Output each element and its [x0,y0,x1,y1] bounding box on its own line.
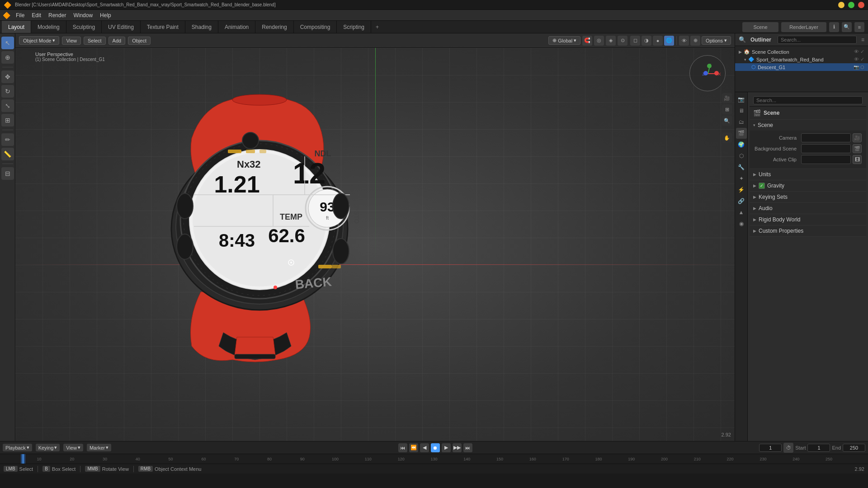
marker-dropdown[interactable]: Marker ▾ [87,444,111,451]
proportional-edit-icon[interactable]: ◎ [594,36,604,46]
render-props-icon[interactable]: 📷 [736,94,747,105]
step-fwd-btn[interactable]: ▶▶ [453,443,462,452]
tab-scripting[interactable]: Scripting [337,21,371,33]
maximize-btn[interactable] [848,2,854,8]
units-section-header[interactable]: ▶ Units [750,169,866,180]
tab-uv-editing[interactable]: UV Editing [102,21,141,33]
pivot-point-icon[interactable]: ⊙ [618,36,627,46]
tab-shading[interactable]: Shading [185,21,218,33]
viewport-shading-2[interactable]: ◑ [642,36,651,46]
tab-rendering[interactable]: Rendering [255,21,293,33]
frame-time-icon[interactable]: ⏱ [783,443,793,453]
viewport-shading-4[interactable]: 🌐 [664,36,674,46]
annotate-tool[interactable]: ✏ [1,133,14,146]
rotate-tool[interactable]: ↻ [1,85,14,98]
properties-search-input[interactable] [753,96,863,104]
bg-scene-icon[interactable]: 🎬 [853,144,862,153]
snap-target-icon[interactable]: ◈ [606,36,616,46]
render-layer-selector[interactable]: RenderLayer [781,22,826,32]
scale-tool[interactable]: ⤡ [1,99,14,112]
gizmo-circle[interactable]: X Y Z [689,55,726,91]
viewport-shading-3[interactable]: ● [653,36,663,46]
scene-collection-item[interactable]: ▶ 🏠 Scene Collection 👁 ✓ [735,48,868,56]
scene-selector[interactable]: Scene [742,22,778,32]
output-props-icon[interactable]: 🖥 [736,105,747,116]
move-tool[interactable]: ✥ [1,70,14,83]
search-global-icon[interactable]: 🔍 [842,22,852,32]
viewport-area[interactable]: NDL Nx32 12 1.21 93 ft TEMP [15,48,735,441]
keying-sets-header[interactable]: ▶ Keying Sets [750,192,866,202]
tab-modeling[interactable]: Modeling [31,21,66,33]
add-workspace-tab[interactable]: + [371,21,383,33]
tab-texture-paint[interactable]: Texture Paint [141,21,185,33]
tab-layout[interactable]: Layout [2,21,31,33]
menu-item-window[interactable]: Window [70,11,96,19]
physics-props-icon[interactable]: ⚡ [736,184,747,195]
particles-props-icon[interactable]: ✦ [736,173,747,184]
gravity-section-header[interactable]: ▶ ✓ Gravity [750,180,866,191]
object-mode-dropdown[interactable]: Object Mode ▾ [19,36,59,45]
camera-prop-field[interactable] [801,133,851,142]
play-btn[interactable]: ▶ [442,443,451,452]
menu-item-help[interactable]: Help [96,11,115,19]
measure-tool[interactable]: 📏 [1,148,14,160]
constraints-props-icon[interactable]: 🔗 [736,196,747,206]
active-clip-icon[interactable]: 🎞 [853,155,862,164]
modifiers-props-icon[interactable]: 🔧 [736,162,747,173]
menu-item-render[interactable]: Render [45,11,70,19]
menu-item-file[interactable]: File [12,11,28,19]
transform-global[interactable]: ⊕ Global ▾ [548,36,580,45]
transform-tool[interactable]: ⊞ [1,114,14,127]
sport-smartwatch-item[interactable]: ▾ 🔷 Sport_Smartwatch_Red_Band 👁 ✓ [735,56,868,63]
world-props-icon[interactable]: 🌍 [736,139,747,150]
data-props-icon[interactable]: ▲ [736,207,747,218]
outliner-search-input[interactable] [778,36,857,44]
bg-scene-field[interactable] [801,144,851,153]
view-dropdown[interactable]: View ▾ [63,444,83,451]
custom-props-header[interactable]: ▶ Custom Properties [750,225,866,236]
material-props-icon[interactable]: ◉ [736,218,747,229]
audio-section-header[interactable]: ▶ Audio [750,203,866,214]
move-viewport-icon[interactable]: ✋ [722,133,732,143]
render-vis-icon[interactable]: 📷 [854,65,859,70]
frame-scrubber[interactable]: 10 20 30 40 50 60 70 80 90 100 110 120 1… [0,454,868,464]
current-frame-field[interactable]: 1 [759,444,782,452]
gizmo-icon[interactable]: ⊕ [690,36,700,46]
filter-icon[interactable]: ≡ [854,22,864,32]
snap-icon[interactable]: 🧲 [582,36,592,46]
options-btn[interactable]: Options ▾ [702,36,731,45]
view-menu[interactable]: View [62,37,81,45]
obj-vis-icon[interactable]: ⬡ [860,65,864,70]
view-layer-props-icon[interactable]: 🗂 [736,117,747,127]
playback-dropdown[interactable]: Playback ▾ [3,444,32,451]
overlays-icon[interactable]: 👁 [679,36,689,46]
jump-end-btn[interactable]: ⏭ [463,443,472,452]
outliner-filter-icon[interactable]: ≡ [861,37,864,43]
end-frame-field[interactable]: 250 [843,444,865,452]
zoom-fit-icon[interactable]: ⊞ [722,104,732,114]
jump-start-btn[interactable]: ⏮ [398,443,407,452]
record-btn[interactable]: ⏺ [431,443,440,452]
object-menu[interactable]: Object [128,37,151,45]
active-clip-field[interactable] [801,155,851,164]
gravity-checkbox[interactable]: ✓ [759,183,765,189]
object-props-icon[interactable]: ⬡ [736,150,747,161]
select-tool[interactable]: ↖ [1,37,14,49]
keying-dropdown[interactable]: Keying ▾ [36,444,60,451]
cursor-tool[interactable]: ⊕ [1,51,14,64]
prev-keyframe-btn[interactable]: ⏪ [409,443,418,452]
camera-view-icon[interactable]: 🎥 [722,93,732,103]
minimize-btn[interactable] [838,2,844,8]
scene-section-header[interactable]: ▾ Scene [750,120,866,131]
select-menu[interactable]: Select [84,37,106,45]
search-viewport-icon[interactable]: 🔍 [722,116,732,126]
scene-props-icon[interactable]: 🎬 [736,128,747,139]
add-menu[interactable]: Add [108,37,126,45]
rigid-body-header[interactable]: ▶ Rigid Body World [750,214,866,225]
menu-item-edit[interactable]: Edit [28,11,45,19]
tab-animation[interactable]: Animation [218,21,255,33]
tab-compositing[interactable]: Compositing [294,21,337,33]
viewport-shading-1[interactable]: ◻ [630,36,640,46]
close-btn[interactable] [858,2,864,8]
navigation-gizmo[interactable]: X Y Z [689,55,726,91]
